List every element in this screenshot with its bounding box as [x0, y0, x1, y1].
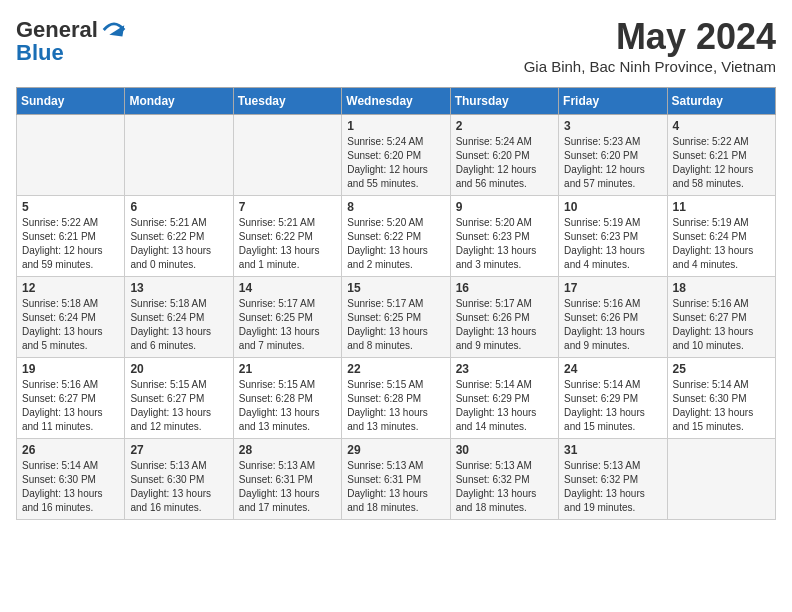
day-number: 28: [239, 443, 336, 457]
calendar-cell: 27Sunrise: 5:13 AMSunset: 6:30 PMDayligh…: [125, 439, 233, 520]
cell-detail: Sunrise: 5:24 AMSunset: 6:20 PMDaylight:…: [456, 135, 553, 191]
cell-detail: Sunrise: 5:16 AMSunset: 6:27 PMDaylight:…: [673, 297, 770, 353]
cell-detail: Sunrise: 5:24 AMSunset: 6:20 PMDaylight:…: [347, 135, 444, 191]
cell-detail: Sunrise: 5:20 AMSunset: 6:23 PMDaylight:…: [456, 216, 553, 272]
day-number: 22: [347, 362, 444, 376]
cell-detail: Sunrise: 5:14 AMSunset: 6:29 PMDaylight:…: [456, 378, 553, 434]
calendar-cell: 7Sunrise: 5:21 AMSunset: 6:22 PMDaylight…: [233, 196, 341, 277]
weekday-header-monday: Monday: [125, 88, 233, 115]
day-number: 26: [22, 443, 119, 457]
cell-detail: Sunrise: 5:17 AMSunset: 6:26 PMDaylight:…: [456, 297, 553, 353]
day-number: 31: [564, 443, 661, 457]
day-number: 13: [130, 281, 227, 295]
day-number: 29: [347, 443, 444, 457]
day-number: 19: [22, 362, 119, 376]
cell-detail: Sunrise: 5:22 AMSunset: 6:21 PMDaylight:…: [22, 216, 119, 272]
cell-detail: Sunrise: 5:15 AMSunset: 6:27 PMDaylight:…: [130, 378, 227, 434]
calendar-cell: 28Sunrise: 5:13 AMSunset: 6:31 PMDayligh…: [233, 439, 341, 520]
cell-detail: Sunrise: 5:17 AMSunset: 6:25 PMDaylight:…: [239, 297, 336, 353]
calendar-cell: 8Sunrise: 5:20 AMSunset: 6:22 PMDaylight…: [342, 196, 450, 277]
calendar-cell: 6Sunrise: 5:21 AMSunset: 6:22 PMDaylight…: [125, 196, 233, 277]
day-number: 15: [347, 281, 444, 295]
calendar-cell: [667, 439, 775, 520]
calendar-week-row: 26Sunrise: 5:14 AMSunset: 6:30 PMDayligh…: [17, 439, 776, 520]
calendar-cell: 14Sunrise: 5:17 AMSunset: 6:25 PMDayligh…: [233, 277, 341, 358]
logo: General Blue: [16, 16, 128, 66]
cell-detail: Sunrise: 5:13 AMSunset: 6:32 PMDaylight:…: [456, 459, 553, 515]
calendar-cell: 18Sunrise: 5:16 AMSunset: 6:27 PMDayligh…: [667, 277, 775, 358]
calendar-cell: 30Sunrise: 5:13 AMSunset: 6:32 PMDayligh…: [450, 439, 558, 520]
calendar-cell: 31Sunrise: 5:13 AMSunset: 6:32 PMDayligh…: [559, 439, 667, 520]
cell-detail: Sunrise: 5:14 AMSunset: 6:29 PMDaylight:…: [564, 378, 661, 434]
calendar-table: SundayMondayTuesdayWednesdayThursdayFrid…: [16, 87, 776, 520]
calendar-week-row: 12Sunrise: 5:18 AMSunset: 6:24 PMDayligh…: [17, 277, 776, 358]
page-header: General Blue May 2024 Gia Binh, Bac Ninh…: [16, 16, 776, 75]
weekday-header-wednesday: Wednesday: [342, 88, 450, 115]
calendar-cell: 12Sunrise: 5:18 AMSunset: 6:24 PMDayligh…: [17, 277, 125, 358]
month-title: May 2024: [524, 16, 776, 58]
day-number: 20: [130, 362, 227, 376]
cell-detail: Sunrise: 5:18 AMSunset: 6:24 PMDaylight:…: [130, 297, 227, 353]
cell-detail: Sunrise: 5:13 AMSunset: 6:32 PMDaylight:…: [564, 459, 661, 515]
cell-detail: Sunrise: 5:22 AMSunset: 6:21 PMDaylight:…: [673, 135, 770, 191]
calendar-week-row: 5Sunrise: 5:22 AMSunset: 6:21 PMDaylight…: [17, 196, 776, 277]
day-number: 24: [564, 362, 661, 376]
calendar-cell: 16Sunrise: 5:17 AMSunset: 6:26 PMDayligh…: [450, 277, 558, 358]
calendar-cell: 2Sunrise: 5:24 AMSunset: 6:20 PMDaylight…: [450, 115, 558, 196]
calendar-cell: 20Sunrise: 5:15 AMSunset: 6:27 PMDayligh…: [125, 358, 233, 439]
day-number: 1: [347, 119, 444, 133]
day-number: 3: [564, 119, 661, 133]
cell-detail: Sunrise: 5:16 AMSunset: 6:27 PMDaylight:…: [22, 378, 119, 434]
title-block: May 2024 Gia Binh, Bac Ninh Province, Vi…: [524, 16, 776, 75]
cell-detail: Sunrise: 5:13 AMSunset: 6:30 PMDaylight:…: [130, 459, 227, 515]
cell-detail: Sunrise: 5:14 AMSunset: 6:30 PMDaylight:…: [673, 378, 770, 434]
day-number: 12: [22, 281, 119, 295]
calendar-cell: 4Sunrise: 5:22 AMSunset: 6:21 PMDaylight…: [667, 115, 775, 196]
location-text: Gia Binh, Bac Ninh Province, Vietnam: [524, 58, 776, 75]
weekday-header-friday: Friday: [559, 88, 667, 115]
calendar-cell: [17, 115, 125, 196]
cell-detail: Sunrise: 5:19 AMSunset: 6:24 PMDaylight:…: [673, 216, 770, 272]
calendar-cell: 29Sunrise: 5:13 AMSunset: 6:31 PMDayligh…: [342, 439, 450, 520]
cell-detail: Sunrise: 5:20 AMSunset: 6:22 PMDaylight:…: [347, 216, 444, 272]
day-number: 16: [456, 281, 553, 295]
calendar-cell: 23Sunrise: 5:14 AMSunset: 6:29 PMDayligh…: [450, 358, 558, 439]
cell-detail: Sunrise: 5:13 AMSunset: 6:31 PMDaylight:…: [347, 459, 444, 515]
calendar-cell: 24Sunrise: 5:14 AMSunset: 6:29 PMDayligh…: [559, 358, 667, 439]
weekday-header-tuesday: Tuesday: [233, 88, 341, 115]
calendar-cell: 26Sunrise: 5:14 AMSunset: 6:30 PMDayligh…: [17, 439, 125, 520]
day-number: 9: [456, 200, 553, 214]
cell-detail: Sunrise: 5:14 AMSunset: 6:30 PMDaylight:…: [22, 459, 119, 515]
day-number: 23: [456, 362, 553, 376]
cell-detail: Sunrise: 5:13 AMSunset: 6:31 PMDaylight:…: [239, 459, 336, 515]
calendar-cell: 1Sunrise: 5:24 AMSunset: 6:20 PMDaylight…: [342, 115, 450, 196]
calendar-cell: 21Sunrise: 5:15 AMSunset: 6:28 PMDayligh…: [233, 358, 341, 439]
cell-detail: Sunrise: 5:18 AMSunset: 6:24 PMDaylight:…: [22, 297, 119, 353]
calendar-week-row: 19Sunrise: 5:16 AMSunset: 6:27 PMDayligh…: [17, 358, 776, 439]
day-number: 21: [239, 362, 336, 376]
calendar-cell: 11Sunrise: 5:19 AMSunset: 6:24 PMDayligh…: [667, 196, 775, 277]
cell-detail: Sunrise: 5:21 AMSunset: 6:22 PMDaylight:…: [130, 216, 227, 272]
cell-detail: Sunrise: 5:19 AMSunset: 6:23 PMDaylight:…: [564, 216, 661, 272]
weekday-header-sunday: Sunday: [17, 88, 125, 115]
calendar-cell: 3Sunrise: 5:23 AMSunset: 6:20 PMDaylight…: [559, 115, 667, 196]
cell-detail: Sunrise: 5:23 AMSunset: 6:20 PMDaylight:…: [564, 135, 661, 191]
cell-detail: Sunrise: 5:15 AMSunset: 6:28 PMDaylight:…: [239, 378, 336, 434]
weekday-header-row: SundayMondayTuesdayWednesdayThursdayFrid…: [17, 88, 776, 115]
calendar-cell: 15Sunrise: 5:17 AMSunset: 6:25 PMDayligh…: [342, 277, 450, 358]
day-number: 18: [673, 281, 770, 295]
day-number: 8: [347, 200, 444, 214]
day-number: 10: [564, 200, 661, 214]
calendar-cell: 13Sunrise: 5:18 AMSunset: 6:24 PMDayligh…: [125, 277, 233, 358]
weekday-header-thursday: Thursday: [450, 88, 558, 115]
calendar-cell: [125, 115, 233, 196]
day-number: 4: [673, 119, 770, 133]
day-number: 5: [22, 200, 119, 214]
day-number: 2: [456, 119, 553, 133]
day-number: 6: [130, 200, 227, 214]
calendar-cell: 5Sunrise: 5:22 AMSunset: 6:21 PMDaylight…: [17, 196, 125, 277]
day-number: 25: [673, 362, 770, 376]
calendar-week-row: 1Sunrise: 5:24 AMSunset: 6:20 PMDaylight…: [17, 115, 776, 196]
day-number: 14: [239, 281, 336, 295]
calendar-cell: 17Sunrise: 5:16 AMSunset: 6:26 PMDayligh…: [559, 277, 667, 358]
